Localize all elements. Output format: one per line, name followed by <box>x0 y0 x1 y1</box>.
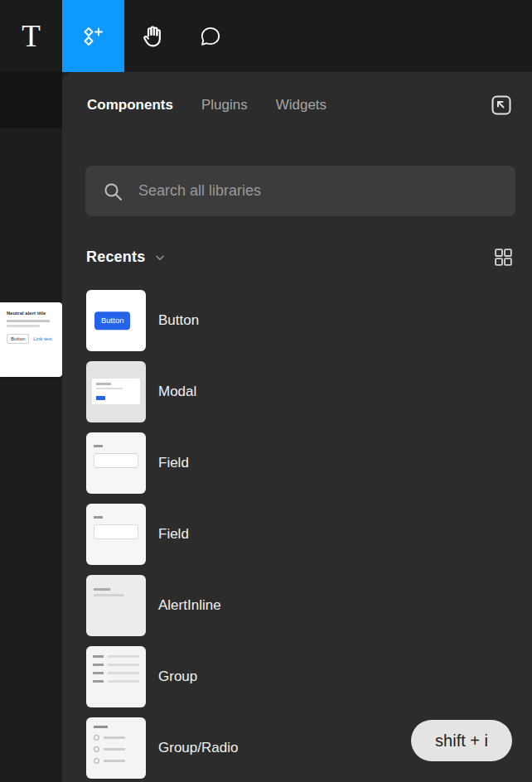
component-label: AlertInline <box>158 597 221 614</box>
text-tool-icon: T <box>22 21 41 51</box>
component-thumbnail <box>86 361 146 422</box>
recents-title: Recents <box>86 249 145 266</box>
component-item-alertinline[interactable]: AlertInline <box>86 575 532 636</box>
thumb-modal-preview <box>92 379 140 404</box>
comment-tool-button[interactable] <box>182 0 239 72</box>
component-thumbnail: Button <box>86 290 146 351</box>
comment-icon <box>198 24 223 49</box>
resources-panel: Components Plugins Widgets Recents <box>62 72 532 782</box>
component-label: Group <box>158 669 197 685</box>
component-label: Group/Radio <box>158 740 238 756</box>
component-thumbnail <box>86 432 146 494</box>
canvas-alert-title: Neutral alert title <box>7 311 56 316</box>
tab-components[interactable]: Components <box>87 97 173 113</box>
chevron-down-icon <box>154 252 166 263</box>
text-tool-button[interactable]: T <box>0 0 62 72</box>
component-item-field-1[interactable]: Field <box>86 432 532 494</box>
arrow-box-icon <box>489 93 514 118</box>
open-in-canvas-button[interactable] <box>489 93 514 118</box>
component-thumbnail <box>86 575 146 636</box>
search-input[interactable] <box>138 182 499 200</box>
canvas-area: Neutral alert title Button Link text <box>0 72 62 782</box>
grid-view-button[interactable] <box>493 247 514 268</box>
component-label: Field <box>158 455 189 471</box>
canvas-alert-text-line <box>7 320 50 322</box>
thumb-button-preview: Button <box>94 311 130 330</box>
canvas-top-band <box>0 72 62 128</box>
canvas-alert-actions: Button Link text <box>7 334 56 344</box>
search-bar[interactable] <box>85 166 515 216</box>
component-item-group[interactable]: Group <box>86 646 532 707</box>
component-label: Button <box>158 312 199 329</box>
tab-widgets[interactable]: Widgets <box>276 97 326 113</box>
panel-tabs: Components Plugins Widgets <box>62 72 532 118</box>
assets-icon <box>80 23 107 50</box>
assets-tool-button[interactable] <box>62 0 124 72</box>
tab-plugins[interactable]: Plugins <box>201 97 248 113</box>
shortcut-hint: shift + i <box>411 720 512 761</box>
recents-header: Recents <box>86 247 514 268</box>
toolbar: T <box>0 0 532 72</box>
hand-icon <box>140 23 167 50</box>
component-item-modal[interactable]: Modal <box>86 361 532 422</box>
component-thumbnail <box>86 717 146 779</box>
search-icon <box>102 181 123 202</box>
hand-tool-button[interactable] <box>124 0 182 72</box>
canvas-alert-button: Button <box>7 334 29 344</box>
component-label: Modal <box>158 384 196 400</box>
canvas-alert-preview: Neutral alert title Button Link text <box>0 302 62 377</box>
component-label: Field <box>158 526 189 543</box>
canvas-alert-link: Link text <box>33 336 51 341</box>
component-item-button[interactable]: Button Button <box>86 290 532 351</box>
recents-dropdown-button[interactable] <box>152 250 167 265</box>
canvas-alert-text-line <box>7 325 40 327</box>
component-item-field-2[interactable]: Field <box>86 504 532 565</box>
component-thumbnail <box>86 504 146 565</box>
components-list: Button Button Modal Field <box>86 290 532 779</box>
grid-view-icon <box>493 247 514 268</box>
component-thumbnail <box>86 646 146 707</box>
